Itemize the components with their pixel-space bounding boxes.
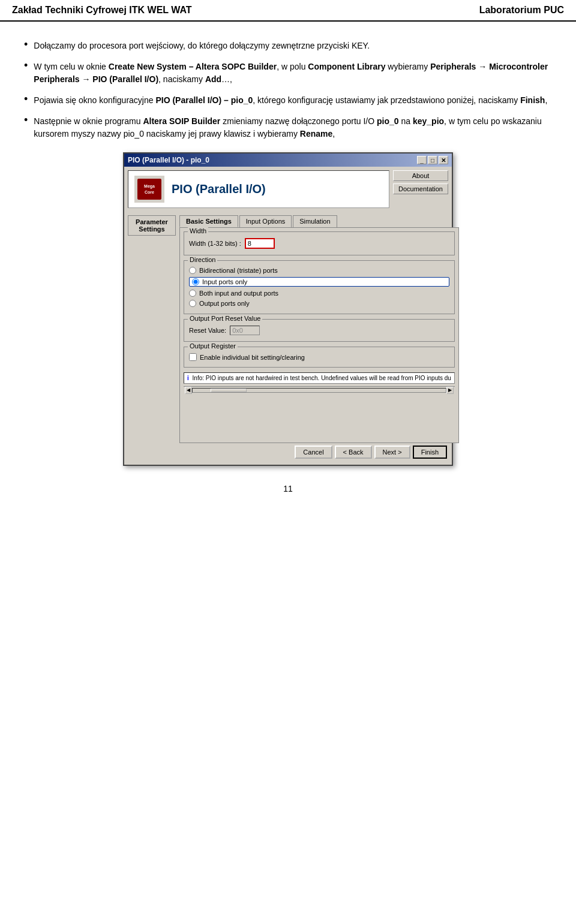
titlebar-buttons: _ □ ✕ [417, 156, 448, 164]
bullet-item-3: • Pojawia się okno konfiguracyjne PIO (P… [24, 94, 552, 107]
radio-both: Both input and output ports [189, 290, 449, 297]
close-button[interactable]: ✕ [439, 156, 448, 164]
radio-input-only-label: Input ports only [202, 278, 247, 285]
cancel-button[interactable]: Cancel [295, 446, 332, 459]
output-register-section: Output Register Enable individual bit se… [184, 347, 455, 368]
left-panel: Parameter Settings [128, 215, 176, 443]
enable-bit-setting-row: Enable individual bit setting/clearing [189, 353, 449, 361]
width-section-label: Width [188, 227, 208, 234]
scrollbar-area[interactable]: ◀ ▶ [184, 386, 455, 393]
radio-output-only: Output ports only [189, 300, 449, 307]
bullet-dot-4: • [24, 114, 28, 127]
main-content: • Dołączamy do procesora port wejściowy,… [0, 34, 576, 517]
scrollbar-track[interactable] [192, 388, 446, 393]
bullet-item-1: • Dołączamy do procesora port wejściowy,… [24, 40, 552, 52]
tab-bar: Basic Settings Input Options Simulation [179, 215, 459, 227]
dialog-footer: Cancel < Back Next > Finish [128, 443, 448, 461]
direction-section-label: Direction [188, 256, 217, 263]
next-button[interactable]: Next > [374, 446, 410, 459]
documentation-button[interactable]: Documentation [393, 183, 448, 194]
bullet-item-4: • Następnie w oknie programu Altera SOIP… [24, 115, 552, 140]
output-register-section-content: Enable individual bit setting/clearing [189, 353, 449, 361]
bullet-dot-1: • [24, 38, 28, 51]
scrollbar-thumb[interactable] [211, 389, 247, 392]
radio-output-only-input[interactable] [189, 300, 196, 307]
info-text: Info: PIO inputs are not hardwired in te… [193, 375, 451, 381]
output-reset-section-label: Output Port Reset Value [188, 315, 262, 322]
reset-value-row: Reset Value: [189, 326, 449, 335]
dialog-main-area: Parameter Settings Basic Settings Input … [128, 215, 448, 443]
header-right-title: Laboratorium PUC [479, 5, 564, 16]
radio-bidirectional-input[interactable] [189, 267, 196, 274]
about-button[interactable]: About [393, 170, 448, 181]
tab-input-options[interactable]: Input Options [239, 215, 292, 227]
scroll-left-arrow[interactable]: ◀ [185, 387, 192, 394]
top-buttons: About Documentation [393, 170, 448, 194]
dialog-main-title: PIO (Parallel I/O) [172, 182, 266, 196]
bullet-dot-3: • [24, 93, 28, 106]
tab-simulation[interactable]: Simulation [293, 215, 337, 227]
reset-value-input [230, 326, 260, 335]
back-button[interactable]: < Back [335, 446, 372, 459]
svg-text:Core: Core [145, 190, 154, 194]
page-number: 11 [24, 484, 552, 493]
bullet-text-1: Dołączamy do procesora port wejściowy, d… [34, 40, 370, 52]
output-reset-section: Output Port Reset Value Reset Value: [184, 319, 455, 342]
radio-both-input[interactable] [189, 290, 196, 297]
dialog-titlebar: PIO (Parallel I/O) - pio_0 _ □ ✕ [124, 154, 452, 167]
direction-section: Direction Bidirectional (tristate) ports… [184, 260, 455, 314]
bullet-text-3: Pojawia się okno konfiguracyjne PIO (Par… [34, 94, 547, 107]
radio-both-label: Both input and output ports [199, 290, 278, 297]
width-field-label: Width (1-32 bits) : [189, 240, 241, 247]
dialog-title: PIO (Parallel I/O) - pio_0 [128, 156, 209, 164]
tabs-area: Basic Settings Input Options Simulation … [179, 215, 459, 443]
radio-bidirectional-label: Bidirectional (tristate) ports [199, 267, 278, 274]
tab-content-basic-settings: Width Width (1-32 bits) : [179, 227, 459, 443]
info-bar: i Info: PIO inputs are not hardwired in … [184, 372, 455, 384]
pio-dialog: PIO (Parallel I/O) - pio_0 _ □ ✕ Mega [123, 152, 453, 466]
megacore-logo: Mega Core [134, 176, 164, 203]
info-icon: i [187, 375, 189, 381]
left-panel-label: Parameter Settings [128, 215, 176, 236]
bullet-text-4: Następnie w oknie programu Altera SOIP B… [34, 115, 552, 140]
header-left-title: Zakład Techniki Cyfrowej ITK WEL WAT [12, 5, 192, 16]
radio-bidirectional: Bidirectional (tristate) ports [189, 267, 449, 274]
svg-rect-1 [137, 179, 161, 200]
direction-section-content: Bidirectional (tristate) ports Input por… [189, 267, 449, 307]
enable-bit-setting-checkbox[interactable] [189, 353, 197, 361]
radio-input-only-input[interactable] [192, 278, 199, 285]
enable-bit-setting-label: Enable individual bit setting/clearing [200, 354, 305, 361]
dialog-container: PIO (Parallel I/O) - pio_0 _ □ ✕ Mega [24, 152, 552, 466]
dialog-body: Mega Core PIO (Parallel I/O) About Docum… [124, 167, 452, 465]
maximize-button[interactable]: □ [428, 156, 437, 164]
width-input[interactable] [245, 238, 275, 249]
reset-value-label: Reset Value: [189, 327, 226, 334]
minimize-button[interactable]: _ [417, 156, 427, 164]
svg-text:Mega: Mega [144, 184, 155, 189]
tab-basic-settings[interactable]: Basic Settings [179, 215, 238, 227]
finish-button[interactable]: Finish [413, 446, 447, 459]
bullet-item-2: • W tym celu w oknie Create New System –… [24, 61, 552, 86]
dialog-header-area: Mega Core PIO (Parallel I/O) [128, 170, 389, 208]
scroll-right-arrow[interactable]: ▶ [446, 387, 454, 394]
output-reset-section-content: Reset Value: [189, 326, 449, 335]
width-field-row: Width (1-32 bits) : [189, 238, 449, 249]
page-header: Zakład Techniki Cyfrowej ITK WEL WAT Lab… [0, 0, 576, 22]
width-section-content: Width (1-32 bits) : [189, 238, 449, 249]
bullet-dot-2: • [24, 59, 28, 72]
radio-output-only-label: Output ports only [199, 300, 250, 307]
bullet-text-2: W tym celu w oknie Create New System – A… [34, 61, 552, 86]
width-section: Width Width (1-32 bits) : [184, 231, 455, 255]
radio-input-only: Input ports only [189, 277, 449, 287]
output-register-section-label: Output Register [188, 342, 238, 350]
